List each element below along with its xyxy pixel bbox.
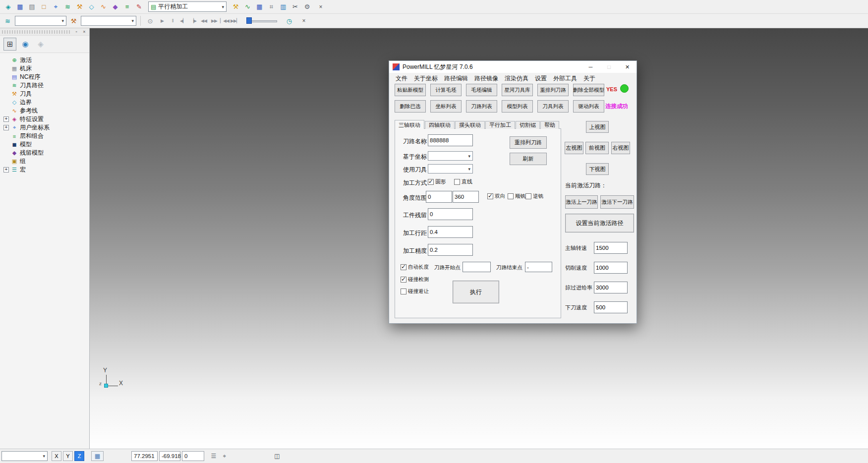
list-icon[interactable]: ☰ <box>209 452 218 461</box>
print-icon[interactable]: ▤ <box>26 1 38 12</box>
macro-record-icon[interactable]: ✎ <box>133 1 145 12</box>
minimize-icon[interactable]: ─ <box>581 61 600 73</box>
clipping-icon[interactable]: ✂ <box>289 1 301 12</box>
line-checkbox[interactable]: 直线 <box>454 178 472 185</box>
tab[interactable]: 三轴联动 <box>395 120 424 129</box>
menu-item[interactable]: 路径编辑 <box>444 74 468 83</box>
menu-item[interactable]: 关于坐标 <box>414 74 438 83</box>
menu-item[interactable]: 路径镜像 <box>474 74 498 83</box>
explorer-panel-header[interactable]: ▫ × <box>0 28 89 36</box>
param-input[interactable] <box>594 282 628 293</box>
close-icon[interactable]: ✕ <box>618 61 637 73</box>
param-input[interactable] <box>594 301 628 313</box>
coordinate-field[interactable]: 0 <box>182 451 204 461</box>
view-left-button[interactable]: 左视图 <box>565 142 583 154</box>
step-forward-button[interactable]: ▕▶ <box>188 16 198 26</box>
calculator-icon[interactable]: ▦ <box>254 1 265 12</box>
tab[interactable]: 帮助 <box>540 121 559 129</box>
tree-item[interactable]: ▤ NC程序 <box>1 73 88 81</box>
strategy-dropdown[interactable]: ▤ 平行精加工 ▾ <box>148 1 227 12</box>
status-dropdown[interactable]: ▾ <box>1 451 48 461</box>
tree-item[interactable]: ◼ 模型 <box>1 140 88 149</box>
menu-item[interactable]: 设置 <box>535 74 547 83</box>
coordinate-field[interactable]: -69.918 <box>159 451 180 461</box>
coordinate-field[interactable]: 77.2951 <box>131 451 158 461</box>
pattern-icon[interactable]: ∿ <box>98 1 109 12</box>
circle-checkbox[interactable]: 圆形 <box>428 178 446 185</box>
expander-icon[interactable] <box>3 116 9 122</box>
execute-button[interactable]: 执行 <box>453 281 499 303</box>
tool-select-icon[interactable]: ⚒ <box>68 15 79 27</box>
end-point-input[interactable] <box>525 262 552 272</box>
dialog-toolbar-button[interactable]: 毛坯编辑 <box>466 84 497 96</box>
tree-item[interactable]: ◆ 残留模型 <box>1 149 88 157</box>
tree-item[interactable]: ≋ 刀具路径 <box>1 81 88 90</box>
refresh-button[interactable]: 刷新 <box>510 153 547 165</box>
statistics-icon[interactable]: ▥ <box>278 1 289 12</box>
param-input[interactable] <box>594 242 628 254</box>
menu-item[interactable]: 文件 <box>396 74 407 83</box>
dialog-toolbar-button[interactable]: 删除全部模型 <box>573 84 604 96</box>
new-model-icon[interactable]: ◈ <box>2 1 14 12</box>
toolpath-strategy-icon[interactable]: ≋ <box>62 1 73 12</box>
dialog-toolbar-button[interactable]: 粘贴新模型 <box>395 84 426 96</box>
climb-mill-checkbox[interactable]: 顺铣 <box>508 193 525 200</box>
activate-previous-toolpath-button[interactable]: 激活上一刀路 <box>565 195 598 209</box>
explorer-tree-icon[interactable]: ⊞ <box>3 38 16 51</box>
conventional-mill-checkbox[interactable]: 逆铣 <box>525 193 543 200</box>
levels-icon[interactable]: ≡ <box>121 1 133 12</box>
wrench-icon[interactable]: ⚒ <box>230 1 241 12</box>
multi-view-icon[interactable]: ◫ <box>273 452 282 461</box>
tab[interactable]: 切割锯 <box>516 121 540 129</box>
lightbulb-icon[interactable]: ⊙ <box>145 15 156 26</box>
menu-item[interactable]: 关于 <box>583 74 595 83</box>
toolpath-name-input[interactable] <box>428 134 473 146</box>
rewind-button[interactable]: ◀◀ <box>199 16 209 26</box>
toolpath-dropdown[interactable]: ▾ <box>15 16 66 26</box>
globe-icon[interactable]: ◉ <box>19 38 32 51</box>
axis-toggle-button[interactable]: Y <box>63 451 73 461</box>
fast-forward-button[interactable]: ▶▶ <box>209 16 219 26</box>
tolerance-input[interactable] <box>428 244 473 256</box>
expander-icon[interactable] <box>3 125 9 130</box>
go-end-button[interactable]: ▶▶▏ <box>230 16 240 26</box>
tree-item[interactable]: ⚒ 刀具 <box>1 90 88 98</box>
auto-length-checkbox[interactable]: 自动长度 <box>401 264 429 271</box>
param-input[interactable] <box>594 262 628 274</box>
coordinate-dropdown[interactable]: ▾ <box>428 151 473 161</box>
panel-float-icon[interactable]: ▫ <box>73 29 79 34</box>
view-top-button[interactable]: 上视图 <box>586 121 609 133</box>
leads-links-icon[interactable]: ∿ <box>242 1 253 12</box>
go-start-button[interactable]: ▏◀◀ <box>220 16 230 26</box>
slider-handle[interactable] <box>246 17 252 24</box>
stock-allowance-input[interactable] <box>428 208 473 220</box>
tree-item[interactable]: ⌖ 用户坐标系 <box>1 123 88 132</box>
dialog-toolbar-button[interactable]: 计算毛坯 <box>430 84 462 96</box>
tree-item[interactable]: ◇ 边界 <box>1 98 88 107</box>
feature-set-icon[interactable]: ◆ <box>110 1 121 12</box>
pause-button[interactable]: ‖ <box>168 16 177 26</box>
tree-item[interactable]: ☰ 宏 <box>1 166 88 174</box>
simulation-speed-slider[interactable] <box>246 16 277 25</box>
view-front-button[interactable]: 前视图 <box>585 142 609 154</box>
angle-to-input[interactable] <box>453 191 479 203</box>
rearrange-toolpaths-button[interactable]: 重排列刀路 <box>510 136 547 149</box>
tab[interactable]: 摆头联动 <box>455 121 485 129</box>
start-point-input[interactable] <box>463 262 491 272</box>
shield-icon[interactable]: ◈ <box>34 38 47 51</box>
tool-icon[interactable]: ⚒ <box>74 1 85 12</box>
tool-dropdown[interactable]: ▾ <box>428 164 473 174</box>
view-bottom-button[interactable]: 下视图 <box>586 163 609 175</box>
maximize-icon[interactable]: □ <box>600 61 618 73</box>
toolpath-list-icon[interactable]: ≋ <box>2 15 13 27</box>
boundary-icon[interactable]: ◇ <box>86 1 97 12</box>
tab[interactable]: 平行加工 <box>485 121 515 129</box>
tool-dropdown[interactable]: ▾ <box>81 16 136 26</box>
activate-next-toolpath-button[interactable]: 激活下一刀路 <box>600 195 634 209</box>
pointer-snap-icon[interactable]: ⌖ <box>220 452 229 461</box>
play-button[interactable]: ▶ <box>157 16 167 26</box>
tree-item[interactable]: ◈ 特征设置 <box>1 115 88 123</box>
dialog-toolbar-button[interactable]: 删除已选 <box>395 100 426 113</box>
dialog-toolbar-button[interactable]: 星河刀具库 <box>502 84 533 96</box>
set-active-path-button[interactable]: 设置当前激活路径 <box>565 214 634 232</box>
